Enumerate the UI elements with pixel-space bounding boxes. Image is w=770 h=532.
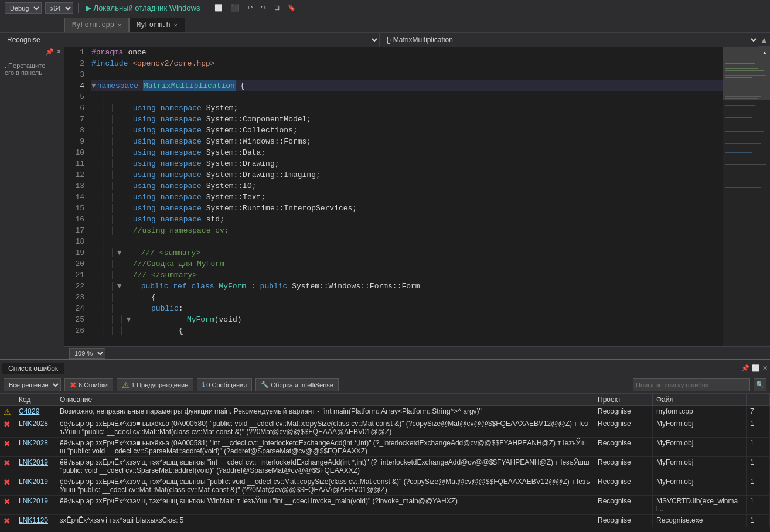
code-line-22: │ │ ▼ public ref class MyForm : public S… bbox=[91, 281, 723, 292]
table-row[interactable]: ✖ LNK2028 ёё√ьыр эр зхЁрчЁх^хзэ■ ьыхёхьэ… bbox=[0, 418, 770, 438]
config-dropdown[interactable]: Debug bbox=[5, 2, 42, 14]
table-row[interactable]: ✖ LNK1120 зхЁрчЁх^хзэ∨і тэх^эші ЫыхыхзЄю… bbox=[0, 515, 770, 527]
collapse-19[interactable]: ▼ bbox=[117, 247, 122, 258]
error-icon: ✖ bbox=[70, 380, 77, 390]
tab-myform-h[interactable]: MyForm.h ✕ bbox=[129, 18, 185, 32]
warn-icon: ⚠ bbox=[4, 407, 11, 417]
pin-icon[interactable]: 📌 bbox=[46, 48, 54, 56]
code-line-14: │ │ using namespace System::Text; bbox=[91, 192, 723, 203]
col-header-line[interactable] bbox=[747, 394, 770, 406]
row-desc: ёё√ьыр эр зхЁрчЁх^хзэ∨щ тэх^эшщ єшьтюы "… bbox=[56, 476, 594, 496]
svg-rect-26 bbox=[725, 176, 758, 176]
ln-20: 20 bbox=[67, 258, 84, 270]
row-project: Recognise bbox=[594, 438, 653, 457]
close-sidebar-icon[interactable]: ✕ bbox=[56, 48, 62, 56]
tab-myform-cpp[interactable]: MyForm.cpp ✕ bbox=[64, 18, 129, 32]
zoom-dropdown[interactable]: 109 % 100 % 75 % 125 % bbox=[69, 348, 105, 359]
run-button[interactable]: ▶ Локальный отладчик Windows bbox=[83, 2, 202, 13]
row-line: 1 bbox=[747, 418, 770, 438]
error-search-input[interactable] bbox=[633, 378, 750, 391]
code-line-24: │ │ public: bbox=[91, 303, 723, 314]
row-icon: ✖ bbox=[0, 418, 15, 438]
ln-15: 15 bbox=[67, 203, 84, 214]
code-line-4: ▼ namespace MatrixMultiplication { bbox=[91, 80, 723, 91]
toolbar-btn3[interactable]: ↩ bbox=[245, 3, 255, 13]
row-file: Recognise.exe bbox=[653, 515, 747, 527]
collapse-4[interactable]: ▼ bbox=[91, 80, 96, 91]
warnings-filter-btn[interactable]: ⚠ 1 Предупреждение bbox=[117, 378, 193, 391]
method-selector[interactable]: {} MatrixMultiplication bbox=[380, 33, 759, 47]
error-code-link[interactable]: LNK2019 bbox=[19, 497, 48, 505]
toolbar-btn2[interactable]: ⬛ bbox=[229, 3, 241, 13]
toolbar-separator2 bbox=[207, 3, 207, 13]
code-line-10: │ │ using namespace System::Data; bbox=[91, 147, 723, 158]
toolbar-btn1[interactable]: ⬜ bbox=[212, 3, 225, 13]
file-selector[interactable]: Recognise bbox=[0, 33, 380, 47]
error-code-link[interactable]: LNK2028 bbox=[19, 439, 48, 447]
table-row[interactable]: ✖ LNK2019 ёё√ьыр эр зхЁрчЁх^хзэ∨щ тэх^эш… bbox=[0, 457, 770, 476]
ln-21: 21 bbox=[67, 270, 84, 281]
panel-close-icon[interactable]: ✕ bbox=[762, 364, 768, 372]
error-table-header: Код Описание Проект Файл bbox=[0, 394, 770, 406]
code-line-17: │ │ //using namespace cv; bbox=[91, 225, 723, 236]
table-row[interactable]: ✖ LNK2028 ёё√ьыр эр зхЁрчЁх^хзэ■ ьыхёхьэ… bbox=[0, 438, 770, 457]
tab-close-active[interactable]: ✕ bbox=[174, 22, 178, 29]
panel-tabbar: Список ошибок 📌 ⬜ ✕ bbox=[0, 360, 770, 376]
error-code-link[interactable]: LNK2028 bbox=[19, 420, 48, 428]
errors-filter-btn[interactable]: ✖ 6 Ошибки bbox=[64, 378, 113, 391]
toolbar-btn5[interactable]: ⊞ bbox=[272, 3, 282, 13]
tab-error-list[interactable]: Список ошибок bbox=[2, 363, 64, 374]
tab-label-active: MyForm.h bbox=[137, 21, 171, 29]
platform-dropdown[interactable]: x64 bbox=[45, 2, 73, 14]
code-editor: 1 2 3 4 5 6 7 8 9 10 11 12 13 14 15 16 1… bbox=[64, 47, 770, 359]
scope-dropdown[interactable]: Все решение bbox=[4, 378, 61, 391]
code-line-19: │ │ ▼ /// <summary> bbox=[91, 247, 723, 258]
left-sidebar: 📌 ✕ . Перетащите его в панель bbox=[0, 47, 64, 359]
code-line-15: │ │ using namespace System::Runtime::Int… bbox=[91, 203, 723, 214]
row-code: C4829 bbox=[15, 406, 56, 418]
code-content[interactable]: #pragma once #include <opencv2/core.hpp>… bbox=[89, 47, 723, 346]
row-code: LNK2019 bbox=[15, 476, 56, 496]
error-code-link[interactable]: C4829 bbox=[19, 407, 39, 415]
row-desc: Возможно, неправильные параметры функции… bbox=[56, 406, 594, 418]
col-header-desc[interactable]: Описание bbox=[56, 394, 594, 406]
toolbar-btn6[interactable]: 🔖 bbox=[285, 3, 298, 13]
panel-right-icons: 📌 ⬜ ✕ bbox=[741, 364, 768, 372]
minimap-up[interactable]: ▲ bbox=[761, 48, 769, 56]
table-row[interactable]: ✖ LNK2019 ёё√ьыр эр зхЁрчЁх^хзэ∨щ тэх^эш… bbox=[0, 476, 770, 496]
scroll-up-icon[interactable]: ▲ bbox=[758, 35, 770, 45]
panel-pin-icon[interactable]: 📌 bbox=[741, 364, 749, 372]
collapse-22[interactable]: ▼ bbox=[117, 281, 122, 292]
col-header-code[interactable]: Код bbox=[15, 394, 56, 406]
error-icon: ✖ bbox=[4, 516, 11, 526]
tab-close[interactable]: ✕ bbox=[118, 22, 121, 29]
build-icon: 🔧 bbox=[261, 381, 269, 388]
col-header-file[interactable]: Файл bbox=[653, 394, 747, 406]
collapse-25[interactable]: ▼ bbox=[126, 314, 131, 325]
table-row[interactable]: ⚠ C4829 Возможно, неправильные параметры… bbox=[0, 406, 770, 418]
panel-expand-icon[interactable]: ⬜ bbox=[752, 364, 760, 372]
code-line-7: │ │ using namespace System::ComponentMod… bbox=[91, 114, 723, 125]
sidebar-top: 📌 ✕ bbox=[0, 47, 64, 57]
row-project: Recognise bbox=[594, 496, 653, 515]
row-code: LNK1120 bbox=[15, 515, 56, 527]
svg-rect-23 bbox=[725, 143, 761, 144]
bottom-panel: Список ошибок 📌 ⬜ ✕ Все решение ✖ 6 Ошиб… bbox=[0, 359, 770, 532]
col-header-project[interactable]: Проект bbox=[594, 394, 653, 406]
sidebar-text1: . Перетащите bbox=[5, 62, 59, 69]
error-code-link[interactable]: LNK2019 bbox=[19, 458, 48, 466]
error-table-wrap[interactable]: Код Описание Проект Файл ⚠ C4829 Возможн… bbox=[0, 394, 770, 532]
code-line-12: │ │ using namespace System::Drawing::Ima… bbox=[91, 169, 723, 180]
table-row[interactable]: ✖ LNK2019 ёё√ьыр эр зхЁрчЁх^хзэ∨щ тэх^эш… bbox=[0, 496, 770, 515]
code-line-25: │ │ │ ▼ MyForm(void) bbox=[91, 314, 723, 325]
minimap: ▲ bbox=[723, 47, 770, 346]
error-search-icon[interactable]: 🔍 bbox=[754, 378, 766, 391]
build-filter-btn[interactable]: 🔧 Сборка и IntelliSense bbox=[255, 378, 339, 391]
toolbar-btn4[interactable]: ↪ bbox=[258, 3, 268, 13]
error-code-link[interactable]: LNK1120 bbox=[19, 516, 48, 524]
messages-filter-btn[interactable]: ℹ 0 Сообщения bbox=[197, 378, 252, 391]
row-project: Recognise bbox=[594, 406, 653, 418]
error-table-body: ⚠ C4829 Возможно, неправильные параметры… bbox=[0, 406, 770, 527]
error-code-link[interactable]: LNK2019 bbox=[19, 478, 48, 486]
ln-6: 6 bbox=[67, 103, 84, 114]
